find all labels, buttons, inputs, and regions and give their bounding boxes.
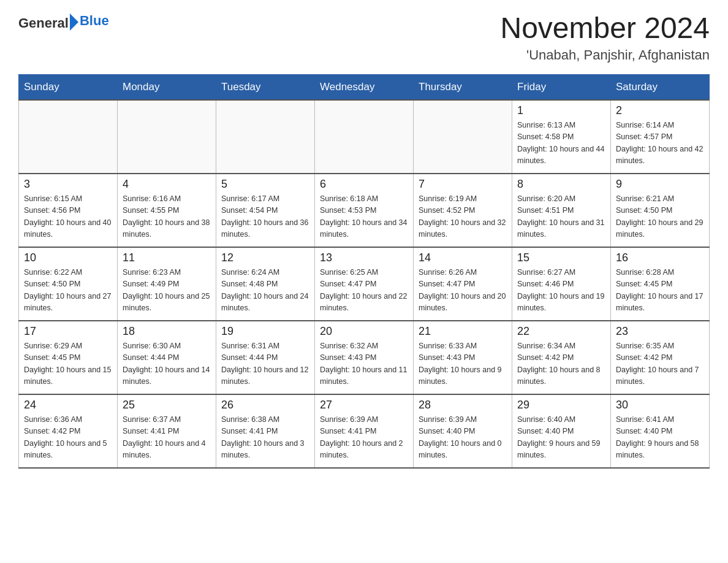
calendar-week-row: 1Sunrise: 6:13 AM Sunset: 4:58 PM Daylig… [19, 100, 710, 174]
day-info: Sunrise: 6:24 AM Sunset: 4:48 PM Dayligh… [221, 267, 309, 315]
weekday-header-row: SundayMondayTuesdayWednesdayThursdayFrid… [19, 74, 710, 100]
calendar-cell: 5Sunrise: 6:17 AM Sunset: 4:54 PM Daylig… [216, 174, 315, 247]
calendar-cell: 15Sunrise: 6:27 AM Sunset: 4:46 PM Dayli… [512, 247, 611, 321]
calendar-cell [216, 100, 315, 174]
calendar-cell: 12Sunrise: 6:24 AM Sunset: 4:48 PM Dayli… [216, 247, 315, 321]
day-number: 3 [24, 178, 112, 191]
calendar-week-row: 10Sunrise: 6:22 AM Sunset: 4:50 PM Dayli… [19, 247, 710, 321]
weekday-header-sunday: Sunday [19, 74, 118, 100]
weekday-header-wednesday: Wednesday [315, 74, 414, 100]
day-info: Sunrise: 6:36 AM Sunset: 4:42 PM Dayligh… [24, 414, 112, 462]
calendar-cell: 27Sunrise: 6:39 AM Sunset: 4:41 PM Dayli… [315, 394, 414, 468]
calendar-cell [19, 100, 118, 174]
day-number: 14 [419, 251, 507, 264]
calendar-cell: 3Sunrise: 6:15 AM Sunset: 4:56 PM Daylig… [19, 174, 118, 247]
logo: General Blue [18, 12, 109, 31]
calendar-cell: 23Sunrise: 6:35 AM Sunset: 4:42 PM Dayli… [611, 321, 710, 394]
day-number: 11 [123, 251, 211, 264]
day-info: Sunrise: 6:35 AM Sunset: 4:42 PM Dayligh… [616, 340, 704, 388]
calendar-cell: 8Sunrise: 6:20 AM Sunset: 4:51 PM Daylig… [512, 174, 611, 247]
day-number: 29 [517, 399, 605, 412]
day-info: Sunrise: 6:27 AM Sunset: 4:46 PM Dayligh… [517, 267, 605, 315]
calendar-table: SundayMondayTuesdayWednesdayThursdayFrid… [18, 74, 710, 469]
calendar-cell: 14Sunrise: 6:26 AM Sunset: 4:47 PM Dayli… [414, 247, 512, 321]
day-info: Sunrise: 6:31 AM Sunset: 4:44 PM Dayligh… [221, 340, 309, 388]
calendar-cell: 28Sunrise: 6:39 AM Sunset: 4:40 PM Dayli… [414, 394, 512, 468]
day-number: 9 [616, 178, 704, 191]
calendar-week-row: 24Sunrise: 6:36 AM Sunset: 4:42 PM Dayli… [19, 394, 710, 468]
day-info: Sunrise: 6:15 AM Sunset: 4:56 PM Dayligh… [24, 193, 112, 241]
day-number: 21 [419, 325, 507, 338]
calendar-cell: 9Sunrise: 6:21 AM Sunset: 4:50 PM Daylig… [611, 174, 710, 247]
weekday-header-thursday: Thursday [414, 74, 512, 100]
day-info: Sunrise: 6:39 AM Sunset: 4:41 PM Dayligh… [320, 414, 408, 462]
day-number: 18 [123, 325, 211, 338]
calendar-cell: 6Sunrise: 6:18 AM Sunset: 4:53 PM Daylig… [315, 174, 414, 247]
day-info: Sunrise: 6:14 AM Sunset: 4:57 PM Dayligh… [616, 120, 704, 167]
day-info: Sunrise: 6:20 AM Sunset: 4:51 PM Dayligh… [517, 193, 605, 241]
weekday-header-tuesday: Tuesday [216, 74, 315, 100]
month-title: November 2024 [500, 12, 710, 45]
day-info: Sunrise: 6:22 AM Sunset: 4:50 PM Dayligh… [24, 267, 112, 315]
day-number: 20 [320, 325, 408, 338]
day-info: Sunrise: 6:16 AM Sunset: 4:55 PM Dayligh… [123, 193, 211, 241]
day-number: 25 [123, 399, 211, 412]
day-info: Sunrise: 6:40 AM Sunset: 4:40 PM Dayligh… [517, 414, 605, 462]
calendar-cell: 29Sunrise: 6:40 AM Sunset: 4:40 PM Dayli… [512, 394, 611, 468]
day-number: 10 [24, 251, 112, 264]
day-number: 15 [517, 251, 605, 264]
day-number: 13 [320, 251, 408, 264]
day-info: Sunrise: 6:37 AM Sunset: 4:41 PM Dayligh… [123, 414, 211, 462]
calendar-cell: 11Sunrise: 6:23 AM Sunset: 4:49 PM Dayli… [118, 247, 216, 321]
day-number: 27 [320, 399, 408, 412]
day-number: 22 [517, 325, 605, 338]
calendar-cell: 20Sunrise: 6:32 AM Sunset: 4:43 PM Dayli… [315, 321, 414, 394]
logo-blue-text: Blue [80, 13, 109, 29]
day-info: Sunrise: 6:39 AM Sunset: 4:40 PM Dayligh… [419, 414, 507, 462]
calendar-cell: 1Sunrise: 6:13 AM Sunset: 4:58 PM Daylig… [512, 100, 611, 174]
day-number: 23 [616, 325, 704, 338]
calendar-cell: 19Sunrise: 6:31 AM Sunset: 4:44 PM Dayli… [216, 321, 315, 394]
location-title: 'Unabah, Panjshir, Afghanistan [500, 47, 710, 63]
weekday-header-saturday: Saturday [611, 74, 710, 100]
day-number: 8 [517, 178, 605, 191]
day-number: 30 [616, 399, 704, 412]
calendar-cell [315, 100, 414, 174]
calendar-cell: 2Sunrise: 6:14 AM Sunset: 4:57 PM Daylig… [611, 100, 710, 174]
day-info: Sunrise: 6:19 AM Sunset: 4:52 PM Dayligh… [419, 193, 507, 241]
calendar-week-row: 17Sunrise: 6:29 AM Sunset: 4:45 PM Dayli… [19, 321, 710, 394]
day-info: Sunrise: 6:18 AM Sunset: 4:53 PM Dayligh… [320, 193, 408, 241]
day-info: Sunrise: 6:28 AM Sunset: 4:45 PM Dayligh… [616, 267, 704, 315]
calendar-cell: 17Sunrise: 6:29 AM Sunset: 4:45 PM Dayli… [19, 321, 118, 394]
calendar-cell: 18Sunrise: 6:30 AM Sunset: 4:44 PM Dayli… [118, 321, 216, 394]
day-info: Sunrise: 6:23 AM Sunset: 4:49 PM Dayligh… [123, 267, 211, 315]
day-number: 5 [221, 178, 309, 191]
day-number: 12 [221, 251, 309, 264]
day-number: 17 [24, 325, 112, 338]
day-info: Sunrise: 6:38 AM Sunset: 4:41 PM Dayligh… [221, 414, 309, 462]
day-number: 2 [616, 104, 704, 117]
page-header: General Blue November 2024 'Unabah, Panj… [18, 12, 710, 63]
logo-general-text: General [18, 15, 69, 31]
calendar-cell [414, 100, 512, 174]
logo-triangle-icon [70, 13, 78, 31]
calendar-cell: 25Sunrise: 6:37 AM Sunset: 4:41 PM Dayli… [118, 394, 216, 468]
day-number: 19 [221, 325, 309, 338]
calendar-cell: 10Sunrise: 6:22 AM Sunset: 4:50 PM Dayli… [19, 247, 118, 321]
day-info: Sunrise: 6:41 AM Sunset: 4:40 PM Dayligh… [616, 414, 704, 462]
day-number: 6 [320, 178, 408, 191]
day-info: Sunrise: 6:21 AM Sunset: 4:50 PM Dayligh… [616, 193, 704, 241]
day-number: 7 [419, 178, 507, 191]
calendar-cell: 13Sunrise: 6:25 AM Sunset: 4:47 PM Dayli… [315, 247, 414, 321]
day-info: Sunrise: 6:17 AM Sunset: 4:54 PM Dayligh… [221, 193, 309, 241]
day-info: Sunrise: 6:29 AM Sunset: 4:45 PM Dayligh… [24, 340, 112, 388]
calendar-cell: 24Sunrise: 6:36 AM Sunset: 4:42 PM Dayli… [19, 394, 118, 468]
day-number: 28 [419, 399, 507, 412]
weekday-header-monday: Monday [118, 74, 216, 100]
calendar-cell: 22Sunrise: 6:34 AM Sunset: 4:42 PM Dayli… [512, 321, 611, 394]
day-info: Sunrise: 6:30 AM Sunset: 4:44 PM Dayligh… [123, 340, 211, 388]
calendar-cell: 26Sunrise: 6:38 AM Sunset: 4:41 PM Dayli… [216, 394, 315, 468]
day-info: Sunrise: 6:25 AM Sunset: 4:47 PM Dayligh… [320, 267, 408, 315]
day-number: 26 [221, 399, 309, 412]
day-number: 16 [616, 251, 704, 264]
